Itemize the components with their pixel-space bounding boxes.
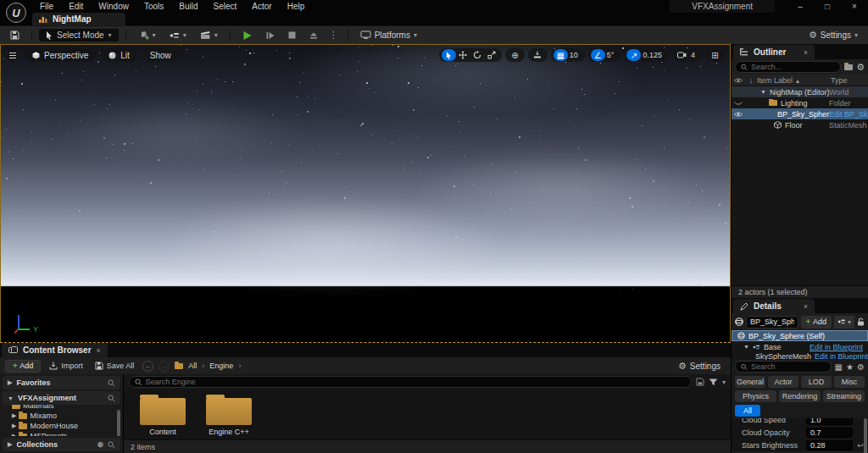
eye-closed-icon[interactable] — [734, 102, 743, 106]
menu-edit[interactable]: Edit — [61, 0, 91, 13]
category-general[interactable]: General — [735, 376, 765, 388]
gear-icon[interactable]: ⚙ — [857, 362, 865, 372]
rotate-tool-button[interactable] — [470, 49, 485, 61]
close-icon[interactable]: × — [804, 302, 808, 311]
display-options-icon[interactable]: ▦ — [835, 362, 843, 372]
folder-item-mspresets[interactable]: ▶ MSPresets — [12, 431, 123, 436]
component-row-skyspheremesh[interactable]: SkySphereMesh Edit in Blueprint — [732, 352, 868, 360]
view-mode-dropdown[interactable]: Lit — [101, 48, 137, 62]
blueprints-dropdown[interactable]: ▾ — [164, 30, 192, 41]
outliner-tab[interactable]: Outliner × — [733, 45, 815, 59]
collapse-arrow-icon[interactable]: ▼ — [760, 89, 766, 95]
add-collection-icon[interactable]: ⊕ — [97, 440, 103, 449]
component-row-base[interactable]: ▼ Base Edit in Blueprint — [732, 341, 868, 352]
sidebar-scrollbar[interactable] — [117, 410, 120, 436]
minimize-button[interactable]: – — [787, 0, 814, 13]
play-options-kebab[interactable]: ⋮ — [326, 30, 341, 41]
menu-file[interactable]: File — [32, 0, 61, 13]
stop-button[interactable] — [283, 30, 301, 41]
cinematics-dropdown[interactable]: ▾ — [195, 29, 223, 41]
component-row-self[interactable]: BP_Sky_Sphere (Self) — [732, 330, 868, 341]
cb-settings-button[interactable]: ⚙ Settings — [673, 359, 726, 373]
camera-speed-button[interactable] — [675, 49, 689, 61]
menu-tools[interactable]: Tools — [136, 0, 171, 13]
asset-folder-engine-cpp[interactable]: Engine C++ — [202, 393, 256, 436]
menu-build[interactable]: Build — [171, 0, 205, 13]
cloud-speed-input[interactable]: 1.0 — [806, 418, 853, 425]
filter-icon[interactable] — [709, 378, 718, 386]
cb-import-button[interactable]: Import — [46, 362, 86, 370]
eject-button[interactable] — [304, 30, 323, 41]
category-rendering[interactable]: Rendering — [779, 390, 821, 402]
lock-icon[interactable] — [857, 318, 865, 326]
project-header[interactable]: ▼ VFXAssignment — [3, 391, 120, 405]
level-viewport[interactable]: Perspective Lit Show — [0, 44, 731, 343]
close-icon[interactable]: × — [804, 48, 808, 57]
blueprint-edit-dropdown[interactable]: ▾ — [834, 316, 854, 329]
gear-icon[interactable]: ⚙ — [856, 62, 865, 73]
chevron-down-icon[interactable]: ▾ — [722, 378, 726, 386]
surface-snap-button[interactable] — [531, 49, 545, 61]
menu-select[interactable]: Select — [206, 0, 245, 13]
category-physics[interactable]: Physics — [735, 390, 776, 402]
toolbar-settings-dropdown[interactable]: ⚙ Settings ▾ — [804, 28, 863, 42]
grid-snap-toggle[interactable]: ▦ — [554, 49, 568, 61]
close-icon[interactable]: × — [97, 346, 101, 355]
category-streaming[interactable]: Streaming — [823, 390, 865, 402]
collections-header[interactable]: ▶ Collections ⊕ — [3, 438, 120, 451]
edit-in-blueprint-link[interactable]: Edit in Blueprint — [815, 352, 868, 360]
category-all[interactable]: All — [735, 405, 760, 417]
camera-speed-value[interactable]: 4 — [689, 51, 699, 59]
create-folder-icon[interactable] — [844, 64, 853, 70]
collapse-arrow-icon[interactable]: ▼ — [743, 344, 749, 350]
platforms-dropdown[interactable]: Platforms ▾ — [355, 29, 422, 41]
folder-item-modernhouse[interactable]: ▶ ModernHouse — [12, 421, 123, 431]
show-flags-dropdown[interactable]: Show — [142, 48, 179, 62]
grid-snap-value[interactable]: 10 — [568, 51, 582, 59]
maximize-button[interactable]: □ — [814, 0, 841, 13]
add-component-button[interactable]: + Add — [801, 316, 832, 329]
select-tool-button[interactable] — [442, 49, 456, 61]
category-actor[interactable]: Actor — [768, 376, 798, 388]
close-button[interactable]: × — [841, 0, 868, 13]
folder-item-materials[interactable]: Materials — [12, 405, 123, 411]
cb-save-all-button[interactable]: Save All — [92, 362, 138, 370]
maximize-viewport-button[interactable]: ⊞ — [708, 49, 722, 61]
menu-actor[interactable]: Actor — [244, 0, 279, 13]
perspective-dropdown[interactable]: Perspective — [25, 48, 96, 62]
row-type-edit-link[interactable]: Edit BP_Sk — [829, 110, 868, 119]
cloud-opacity-input[interactable]: 0.7 — [806, 428, 853, 438]
add-actor-dropdown[interactable]: + ▾ — [133, 29, 161, 42]
outliner-row-world[interactable]: ▼ NightMap (Editor) World — [732, 86, 868, 97]
rotation-snap-toggle[interactable]: ∠ — [591, 49, 605, 61]
select-mode-dropdown[interactable]: Select Mode ▾ — [39, 29, 119, 41]
type-column-header[interactable]: Type — [831, 76, 868, 85]
category-lod[interactable]: LOD — [801, 376, 832, 388]
outliner-search-input[interactable] — [751, 63, 835, 71]
eye-icon[interactable] — [734, 112, 743, 117]
outliner-row-floor[interactable]: Floor StaticMesh — [732, 119, 868, 130]
frame-skip-button[interactable] — [261, 30, 280, 41]
outliner-row-bp-sky-sphere[interactable]: BP_Sky_Sphere Edit BP_Sk — [732, 108, 868, 119]
item-label-column-header[interactable]: Item Label ▲ — [757, 76, 831, 85]
folder-item-mixamo[interactable]: ▶ Mixamo — [12, 411, 123, 421]
search-icon[interactable] — [108, 441, 115, 449]
menu-help[interactable]: Help — [280, 0, 313, 13]
scale-snap-toggle[interactable]: ↗ — [626, 49, 641, 61]
edit-in-blueprint-link[interactable]: Edit in Blueprint — [810, 343, 863, 351]
actor-name-field[interactable] — [746, 316, 798, 329]
viewport-menu-button[interactable] — [6, 48, 19, 62]
world-space-toggle[interactable]: ⊕ — [508, 49, 522, 61]
breadcrumb-all[interactable]: All — [188, 362, 197, 370]
asset-folder-content[interactable]: Content — [136, 393, 190, 436]
nav-back-button[interactable]: ← — [142, 361, 153, 372]
favorites-filter-icon[interactable]: ★ — [846, 362, 854, 372]
breadcrumb-engine[interactable]: Engine — [209, 362, 233, 370]
favorites-header[interactable]: ▶ Favorites — [3, 376, 120, 389]
search-icon[interactable] — [108, 395, 115, 402]
stars-brightness-input[interactable]: 0.28 — [806, 440, 853, 450]
pin-column-header[interactable]: ↓ — [745, 76, 757, 85]
scale-tool-button[interactable] — [485, 49, 499, 61]
details-scrollbar[interactable] — [864, 418, 867, 453]
content-browser-tab[interactable]: Content Browser × — [2, 343, 108, 357]
